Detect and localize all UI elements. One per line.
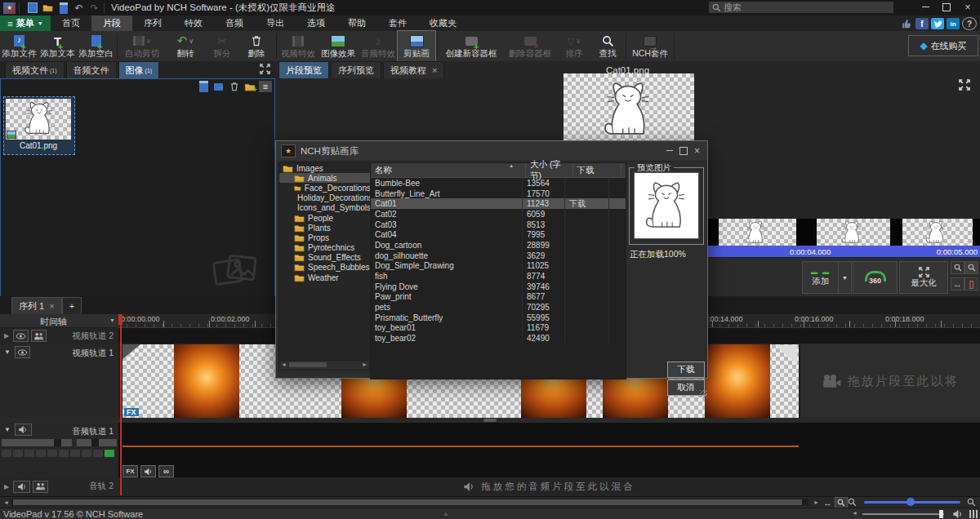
track-mute-toggle[interactable]	[13, 481, 30, 493]
create-container-button[interactable]: + 创建新容器框	[439, 31, 503, 61]
like-icon[interactable]	[900, 18, 913, 29]
minimize-button[interactable]	[915, 0, 936, 14]
add-blank-button[interactable]: + 添加空白	[77, 31, 115, 61]
mixer-icon[interactable]	[969, 510, 978, 518]
zoom-in-icon[interactable]	[964, 261, 978, 274]
add-to-sequence-button[interactable]: ▬ ▬ 添加	[802, 261, 840, 294]
clipart-row[interactable]: pets70295	[371, 302, 626, 313]
clipart-row-selected[interactable]: Cat0111243下载	[371, 198, 626, 209]
audio-fx-button[interactable]: FX	[122, 465, 138, 477]
tree-item[interactable]: Plants	[279, 223, 371, 233]
close-tab-icon[interactable]: ×	[432, 65, 437, 75]
fullscreen-icon[interactable]	[959, 79, 970, 92]
tab-suite[interactable]: 套件	[377, 16, 418, 31]
tab-sequence-preview[interactable]: 序列预览	[331, 61, 381, 78]
column-size[interactable]: 大小 (字节)	[526, 163, 572, 177]
tab-audio[interactable]: 音频	[214, 16, 255, 31]
speaker-icon[interactable]	[952, 509, 963, 519]
preview-360-button[interactable]: 360	[853, 261, 898, 294]
collapse-track-icon[interactable]: ▼	[4, 348, 11, 356]
add-file-button[interactable]: ♪+ 添加文件	[0, 31, 38, 61]
audio-track1-lane[interactable]: FX ∞	[118, 423, 980, 477]
tree-h-scrollbar[interactable]: ◄ ►	[279, 360, 369, 370]
save-project-icon[interactable]	[57, 2, 69, 14]
popout-icon[interactable]	[260, 64, 270, 76]
tab-audio-files[interactable]: 音频文件	[66, 61, 117, 78]
playhead-marker[interactable]	[118, 314, 122, 325]
collapse-track-icon[interactable]: ▼	[4, 426, 11, 433]
help-icon[interactable]: ?	[962, 17, 977, 30]
media-item-cat01[interactable]: Cat01.png	[3, 96, 75, 155]
tab-effects[interactable]: 特效	[173, 16, 214, 31]
tree-item[interactable]: Speech_Bubbles	[279, 263, 371, 273]
clipart-row[interactable]: Prismatic_Butterfly55995	[371, 313, 626, 323]
tab-clip[interactable]: 片段	[91, 16, 132, 31]
track-mute-toggle[interactable]	[15, 424, 32, 436]
zoom-out-icon[interactable]	[951, 261, 964, 274]
clipart-row[interactable]: toy_bear0242490	[371, 333, 626, 344]
linkedin-icon[interactable]: in	[947, 18, 960, 29]
find-button[interactable]: 查找	[591, 31, 624, 61]
buy-online-button[interactable]: ◆ 在线购买	[908, 35, 978, 56]
list-view-icon[interactable]: ≡	[259, 81, 272, 92]
add-folder-icon[interactable]: +	[243, 81, 256, 92]
tree-item[interactable]: Sound_Effects	[279, 253, 371, 263]
open-project-icon[interactable]	[42, 2, 54, 14]
add-dropdown-button[interactable]: ▼	[838, 261, 852, 294]
export-icon[interactable]: →	[212, 81, 225, 92]
tree-item[interactable]: Props	[279, 233, 371, 242]
tree-item[interactable]: People	[279, 213, 371, 223]
master-volume-slider[interactable]	[862, 513, 944, 515]
tab-options[interactable]: 选项	[296, 16, 336, 31]
scroll-left-icon[interactable]: ◄	[3, 499, 9, 505]
close-button[interactable]: ×	[957, 0, 978, 14]
tree-item[interactable]: Holiday_Decorations	[279, 193, 371, 203]
fit-timeline-icon[interactable]: ↔	[823, 498, 832, 508]
clipart-row[interactable]: Paw_print8677	[371, 292, 626, 303]
tab-video-tutorial[interactable]: 视频教程×	[383, 61, 444, 78]
clip-fx-badge[interactable]: FX	[124, 408, 139, 416]
dialog-maximize-button[interactable]	[676, 144, 690, 157]
collapse-panel-icon[interactable]: ▲	[443, 510, 449, 517]
download-button[interactable]: 下载	[667, 362, 705, 378]
clip-transition-handle[interactable]	[775, 345, 797, 364]
audio-track2-lane[interactable]: 拖放您的音频片段至此以混合	[118, 477, 980, 495]
volume-down-icon[interactable]: ◄	[852, 510, 858, 516]
tab-home[interactable]: 首页	[51, 16, 91, 31]
timeline-zoom-slider[interactable]	[864, 501, 960, 503]
resize-grip[interactable]	[700, 390, 707, 397]
new-project-icon[interactable]	[26, 2, 38, 14]
tab-sequence[interactable]: 序列	[132, 16, 173, 31]
track-visibility-toggle[interactable]	[13, 330, 29, 342]
volume-knob[interactable]	[939, 510, 943, 518]
scroll-thumb[interactable]	[289, 362, 327, 367]
audio-mute-button[interactable]	[140, 465, 156, 477]
clipart-row[interactable]: fish8774	[371, 271, 626, 282]
track-group-toggle[interactable]	[31, 330, 47, 342]
scroll-left-icon[interactable]: ◄	[281, 362, 287, 367]
tab-help[interactable]: 帮助	[336, 16, 377, 31]
facebook-icon[interactable]: f	[915, 18, 929, 29]
clipart-row[interactable]: Dog_cartoon28899	[371, 240, 626, 251]
scrollbar-track[interactable]	[11, 499, 808, 506]
loop-region-icon[interactable]: []	[964, 277, 978, 291]
twitter-icon[interactable]	[931, 18, 944, 29]
maximize-preview-button[interactable]: 最大化	[899, 261, 948, 294]
scroll-right-icon[interactable]: ►	[813, 499, 819, 505]
add-sequence-tab[interactable]: +	[62, 297, 82, 314]
clipart-row[interactable]: toy_bear0111679	[371, 323, 626, 334]
delete-button[interactable]: 删除	[238, 31, 274, 61]
image-effects-button[interactable]: 图像效果	[318, 31, 359, 61]
clipart-row[interactable]: dog_silhouette3629	[371, 251, 626, 261]
dialog-close-button[interactable]: ×	[690, 144, 704, 157]
clipart-row[interactable]: Bumble-Bee13564	[371, 178, 626, 189]
clipart-row[interactable]: Butterfly_Line_Art17570	[371, 189, 626, 199]
close-tab-icon[interactable]: ×	[49, 301, 54, 311]
fit-width-icon[interactable]: ↔	[951, 277, 964, 291]
tab-favorites[interactable]: 收藏夹	[418, 16, 468, 31]
dialog-title-bar[interactable]: ★ NCH剪贴画库 ×	[276, 141, 707, 162]
clipart-row[interactable]: Flying Dove39746	[371, 282, 626, 292]
timeline-zoom-in-icon[interactable]	[835, 497, 848, 508]
tree-item[interactable]: Pyrotechnics	[279, 243, 371, 253]
clipart-button[interactable]: 剪贴画	[398, 31, 435, 61]
